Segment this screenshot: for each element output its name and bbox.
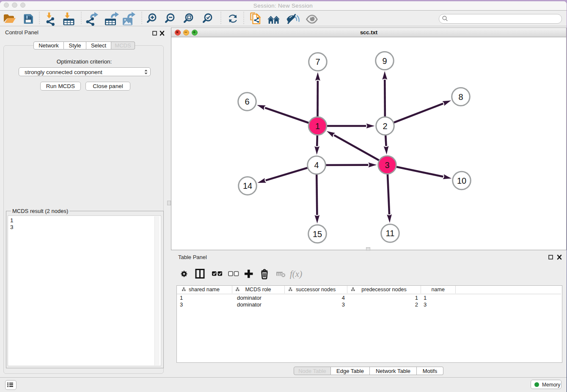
svg-text:7: 7 — [315, 57, 320, 66]
svg-text:3: 3 — [385, 160, 389, 170]
svg-text:15: 15 — [313, 229, 322, 239]
svg-text:4: 4 — [314, 160, 319, 170]
svg-text:11: 11 — [386, 229, 395, 238]
svg-text:9: 9 — [382, 56, 387, 66]
svg-text:8: 8 — [458, 92, 463, 102]
svg-text:6: 6 — [245, 97, 249, 106]
svg-text:14: 14 — [243, 181, 252, 190]
svg-text:2: 2 — [383, 121, 387, 131]
svg-text:1: 1 — [315, 121, 320, 131]
svg-text:10: 10 — [457, 176, 466, 185]
svg-text:f(x): f(x) — [290, 269, 302, 279]
